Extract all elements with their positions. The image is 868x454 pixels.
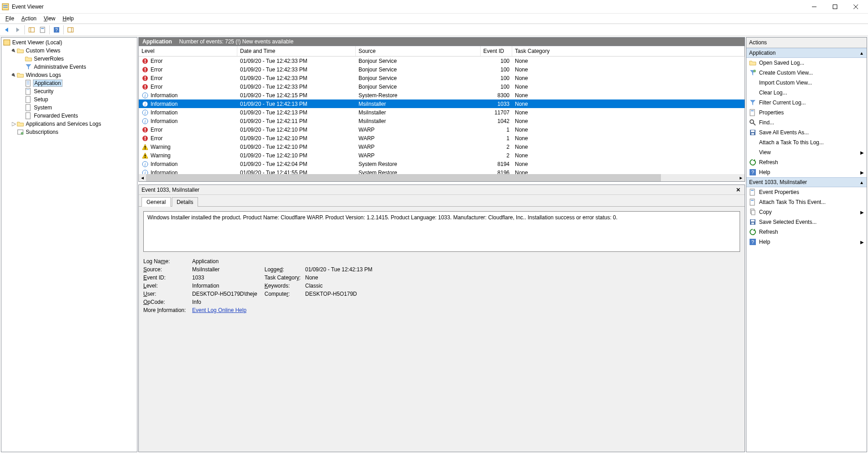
app-icon: [2, 3, 9, 10]
horizontal-scrollbar[interactable]: ◂ ▸: [139, 174, 745, 181]
tree-subscriptions[interactable]: Subscriptions: [2, 128, 136, 136]
action-import-custom-view[interactable]: Import Custom View...: [746, 78, 867, 88]
event-grid[interactable]: Level Date and Time Source Event ID Task…: [138, 46, 745, 182]
col-event-id[interactable]: Event ID: [481, 46, 512, 56]
actions-section-application[interactable]: Application ▲: [746, 48, 867, 58]
table-row[interactable]: Warning01/09/20 - Tue 12:42:10 PMWARP2No…: [139, 142, 745, 151]
tree-system[interactable]: System: [2, 104, 136, 112]
detail-message[interactable]: Windows Installer installed the product.…: [143, 211, 740, 252]
table-row[interactable]: Error01/09/20 - Tue 12:42:33 PMBonjour S…: [139, 57, 745, 65]
action-attach-a-task-to-this-log[interactable]: Attach a Task To this Log...: [746, 137, 867, 147]
titlebar: Event Viewer: [0, 0, 868, 14]
tree-application[interactable]: Application: [2, 79, 136, 87]
table-row[interactable]: iInformation01/09/20 - Tue 12:42:11 PMMs…: [139, 117, 745, 125]
action-save-selected-events[interactable]: Save Selected Events...: [746, 217, 867, 227]
log-icon: [25, 104, 32, 111]
collapse-icon[interactable]: [10, 72, 17, 78]
svg-rect-4: [833, 5, 837, 9]
tree-setup[interactable]: Setup: [2, 95, 136, 104]
label-source: Source:: [143, 266, 192, 273]
show-actions-button[interactable]: [66, 25, 75, 35]
table-row[interactable]: iInformation01/09/20 - Tue 12:42:15 PMSy…: [139, 91, 745, 99]
save-icon: [749, 218, 756, 226]
tree-server-roles[interactable]: ServerRoles: [2, 55, 136, 63]
link-online-help[interactable]: Event Log Online Help: [192, 307, 246, 313]
svg-rect-60: [145, 146, 146, 148]
svg-marker-7: [5, 28, 8, 32]
table-row[interactable]: iInformation01/09/20 - Tue 12:42:13 PMMs…: [139, 99, 745, 108]
tree-root[interactable]: Event Viewer (Local): [2, 38, 136, 47]
table-row[interactable]: Error01/09/20 - Tue 12:42:10 PMWARP1None: [139, 134, 745, 142]
table-row[interactable]: iInformation01/09/20 - Tue 12:41:55 PMSy…: [139, 168, 745, 174]
menu-action[interactable]: Action: [18, 14, 40, 23]
help-button[interactable]: ?: [52, 25, 61, 35]
action-event-properties[interactable]: Event Properties: [746, 187, 867, 197]
tree-security[interactable]: Security: [2, 87, 136, 95]
error-icon: [142, 66, 149, 73]
action-open-saved-log[interactable]: Open Saved Log...: [746, 58, 867, 68]
action-filter-current-log[interactable]: Filter Current Log...: [746, 98, 867, 108]
action-refresh[interactable]: Refresh: [746, 227, 867, 237]
col-source[interactable]: Source: [356, 46, 481, 56]
show-tree-button[interactable]: [27, 25, 37, 35]
grid-body[interactable]: Error01/09/20 - Tue 12:42:33 PMBonjour S…: [139, 57, 745, 174]
table-row[interactable]: Warning01/09/20 - Tue 12:42:10 PMWARP2No…: [139, 151, 745, 160]
action-clear-log[interactable]: Clear Log...: [746, 88, 867, 98]
tree-windows-logs[interactable]: Windows Logs: [2, 71, 136, 79]
col-category[interactable]: Task Category: [512, 46, 745, 56]
detail-title: Event 1033, MsiInstaller: [142, 187, 735, 193]
col-level[interactable]: Level: [139, 46, 237, 56]
tree-pane[interactable]: Event Viewer (Local) Custom Views Server…: [1, 37, 137, 452]
collapse-icon[interactable]: [10, 47, 17, 54]
minimize-button[interactable]: [804, 0, 825, 14]
svg-rect-64: [145, 157, 146, 158]
grid-header[interactable]: Level Date and Time Source Event ID Task…: [139, 46, 745, 57]
menu-view[interactable]: View: [40, 14, 59, 23]
close-button[interactable]: [845, 0, 866, 14]
action-help[interactable]: ?Help▶: [746, 167, 867, 177]
log-icon: [25, 112, 32, 119]
actions-section-event[interactable]: Event 1033, MsiInstaller ▲: [746, 177, 867, 187]
action-attach-task-to-this-event[interactable]: Attach Task To This Event...: [746, 197, 867, 207]
action-refresh[interactable]: Refresh: [746, 157, 867, 167]
folder-icon: [17, 71, 24, 79]
maximize-button[interactable]: [825, 0, 845, 14]
info-icon: i: [142, 92, 149, 99]
folder-icon: [17, 120, 24, 128]
action-view[interactable]: View▶: [746, 147, 867, 157]
action-help[interactable]: ?Help▶: [746, 237, 867, 247]
svg-marker-18: [12, 49, 16, 53]
table-row[interactable]: Error01/09/20 - Tue 12:42:33 PMBonjour S…: [139, 82, 745, 91]
action-save-all-events-as[interactable]: Save All Events As...: [746, 128, 867, 137]
action-properties[interactable]: Properties: [746, 108, 867, 118]
table-row[interactable]: Error01/09/20 - Tue 12:42:33 PMBonjour S…: [139, 65, 745, 74]
tree-apps-services[interactable]: Applications and Services Logs: [2, 120, 136, 128]
detail-close-button[interactable]: ✕: [735, 186, 742, 194]
forward-button[interactable]: [13, 25, 23, 35]
svg-marker-71: [750, 100, 755, 105]
tree-admin-events[interactable]: Administrative Events: [2, 63, 136, 71]
table-row[interactable]: iInformation01/09/20 - Tue 12:42:13 PMMs…: [139, 108, 745, 117]
action-find[interactable]: Find...: [746, 118, 867, 128]
detail-properties: Log Name: Application Source: MsiInstall…: [143, 258, 740, 313]
menu-file[interactable]: File: [2, 14, 18, 23]
tab-general[interactable]: General: [142, 197, 171, 207]
tree-custom-views[interactable]: Custom Views: [2, 47, 136, 55]
action-create-custom-view[interactable]: Create Custom View...: [746, 68, 867, 78]
table-row[interactable]: iInformation01/09/20 - Tue 12:42:04 PMSy…: [139, 160, 745, 168]
action-copy[interactable]: Copy▶: [746, 207, 867, 217]
table-row[interactable]: Error01/09/20 - Tue 12:42:10 PMWARP1None: [139, 125, 745, 134]
info-icon: i: [142, 109, 149, 116]
svg-rect-34: [145, 59, 146, 61]
tree-forwarded[interactable]: Forwarded Events: [2, 112, 136, 120]
col-date[interactable]: Date and Time: [237, 46, 356, 56]
svg-rect-2: [3, 7, 8, 8]
tab-details[interactable]: Details: [172, 197, 198, 207]
svg-rect-87: [751, 210, 755, 215]
back-button[interactable]: [2, 25, 12, 35]
expand-icon[interactable]: [10, 121, 17, 127]
table-row[interactable]: Error01/09/20 - Tue 12:42:33 PMBonjour S…: [139, 74, 745, 82]
properties-button[interactable]: [38, 25, 47, 35]
menu-help[interactable]: Help: [59, 14, 78, 23]
svg-rect-25: [26, 88, 30, 95]
